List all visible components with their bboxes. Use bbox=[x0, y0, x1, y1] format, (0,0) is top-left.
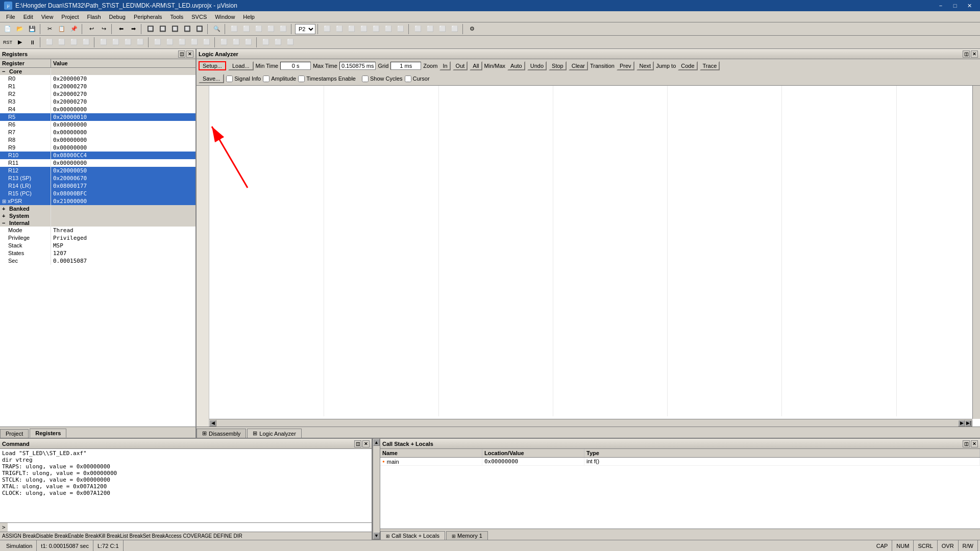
menu-window[interactable]: Window bbox=[211, 13, 239, 21]
tb2-mem1[interactable]: ⬜ bbox=[152, 37, 163, 47]
reg-r15pc[interactable]: R15 (PC) 0x08000BFC bbox=[0, 190, 195, 197]
la-save-button[interactable]: Save... bbox=[199, 74, 224, 83]
reg-sec[interactable]: Sec 0.00015087 bbox=[0, 257, 195, 265]
target-dropdown[interactable]: P2 bbox=[295, 24, 315, 34]
la-close-btn[interactable]: ✕ bbox=[971, 51, 978, 58]
la-float-btn[interactable]: ◫ bbox=[963, 51, 970, 58]
la-undo-button[interactable]: Undo bbox=[527, 61, 547, 70]
tb-save[interactable]: 💾 bbox=[27, 24, 38, 34]
close-button[interactable]: ✕ bbox=[963, 1, 976, 10]
tb-debug3[interactable]: 🔲 bbox=[169, 24, 181, 34]
menu-help[interactable]: Help bbox=[239, 13, 259, 21]
la-code-button[interactable]: Code bbox=[678, 61, 697, 70]
tb-dbg-step[interactable]: ⬜ bbox=[412, 24, 424, 34]
tb-target2[interactable]: ⬜ bbox=[241, 24, 252, 34]
callstack-row-main[interactable]: ● main 0x00000000 int f() bbox=[380, 458, 980, 466]
tb-redo[interactable]: ↪ bbox=[98, 24, 109, 34]
tb2-brk3[interactable]: ⬜ bbox=[122, 37, 134, 47]
la-zoom-out-button[interactable]: Out bbox=[453, 61, 468, 70]
reg-r12[interactable]: R12 0x20000050 bbox=[0, 167, 195, 174]
tb-paste[interactable]: 📌 bbox=[68, 24, 80, 34]
reg-states[interactable]: States 1207 bbox=[0, 249, 195, 257]
la-signalinfo-checkbox[interactable]: Signal Info bbox=[226, 76, 261, 82]
tb2-wnd3[interactable]: ⬜ bbox=[243, 37, 254, 47]
la-trace-button[interactable]: Trace bbox=[700, 61, 720, 70]
tb2-step3[interactable]: ⬜ bbox=[68, 37, 80, 47]
tb2-misc2[interactable]: ⬜ bbox=[273, 37, 284, 47]
cs-float-btn[interactable]: ◫ bbox=[963, 440, 970, 447]
tb2-mem2[interactable]: ⬜ bbox=[164, 37, 176, 47]
reg-r5[interactable]: R5 0x20000010 bbox=[0, 113, 195, 121]
reg-r11[interactable]: R11 0x00000000 bbox=[0, 159, 195, 167]
la-clear-button[interactable]: Clear bbox=[569, 61, 588, 70]
tb-run3[interactable]: ⬜ bbox=[346, 24, 357, 34]
reg-privilege[interactable]: Privilege Privileged bbox=[0, 234, 195, 242]
la-tab-disassembly[interactable]: ⊞ Disassembly bbox=[197, 429, 246, 438]
menu-flash[interactable]: Flash bbox=[83, 13, 105, 21]
tb-target4[interactable]: ⬜ bbox=[265, 24, 277, 34]
tb2-mem4[interactable]: ⬜ bbox=[189, 37, 200, 47]
reg-r0[interactable]: R0 0x20000070 bbox=[0, 75, 195, 83]
maximize-button[interactable]: □ bbox=[948, 1, 962, 10]
reg-xpsr[interactable]: ⊞ xPSR 0x21000000 bbox=[0, 197, 195, 205]
tb2-step2[interactable]: ⬜ bbox=[56, 37, 67, 47]
tb2-brk4[interactable]: ⬜ bbox=[135, 37, 146, 47]
la-hscrollbar[interactable]: ◀ ▶ ▶| bbox=[209, 419, 972, 427]
tb-run5[interactable]: ⬜ bbox=[371, 24, 382, 34]
menu-project[interactable]: Project bbox=[57, 13, 83, 21]
reg-r6[interactable]: R6 0x00000000 bbox=[0, 121, 195, 129]
tb2-misc1[interactable]: ⬜ bbox=[260, 37, 272, 47]
cs-close-btn[interactable]: ✕ bbox=[971, 440, 978, 447]
reg-stack[interactable]: Stack MSP bbox=[0, 242, 195, 249]
tb-run6[interactable]: ⬜ bbox=[383, 24, 394, 34]
tb2-rst[interactable]: RST bbox=[2, 37, 13, 47]
tb-debug5[interactable]: 🔲 bbox=[194, 24, 205, 34]
tb2-stop[interactable]: ⏸ bbox=[27, 37, 38, 47]
tb-run1[interactable]: ⬜ bbox=[322, 24, 333, 34]
reg-r9[interactable]: R9 0x00000000 bbox=[0, 144, 195, 152]
tb-find[interactable]: 🔍 bbox=[211, 24, 223, 34]
menu-file[interactable]: File bbox=[2, 13, 19, 21]
tb2-brk2[interactable]: ⬜ bbox=[110, 37, 121, 47]
tb-dbg-out[interactable]: ⬜ bbox=[437, 24, 448, 34]
la-vscrollbar[interactable] bbox=[972, 86, 980, 419]
reg-mode[interactable]: Mode Thread bbox=[0, 227, 195, 234]
tb2-wnd1[interactable]: ⬜ bbox=[218, 37, 230, 47]
group-core[interactable]: −Core bbox=[0, 68, 195, 75]
menu-peripherals[interactable]: Peripherals bbox=[130, 13, 166, 21]
reg-r14lr[interactable]: R14 (LR) 0x08000177 bbox=[0, 182, 195, 190]
tab-registers[interactable]: Registers bbox=[30, 429, 66, 438]
tb2-step1[interactable]: ⬜ bbox=[44, 37, 55, 47]
la-zoom-in-button[interactable]: In bbox=[439, 61, 450, 70]
reg-r4[interactable]: R4 0x00000000 bbox=[0, 106, 195, 113]
reg-r7[interactable]: R7 0x00000000 bbox=[0, 129, 195, 136]
reg-r8[interactable]: R8 0x00000000 bbox=[0, 136, 195, 144]
tb-dbg-misc[interactable]: ⬜ bbox=[449, 24, 460, 34]
tb2-mem3[interactable]: ⬜ bbox=[177, 37, 188, 47]
tb-debug1[interactable]: 🔲 bbox=[145, 24, 156, 34]
tb-copy[interactable]: 📋 bbox=[56, 24, 67, 34]
reg-r1[interactable]: R1 0x20000270 bbox=[0, 83, 195, 90]
la-load-button[interactable]: Load... bbox=[228, 61, 254, 70]
la-cursor-checkbox[interactable]: Cursor bbox=[405, 76, 430, 82]
tb2-brk1[interactable]: ⬜ bbox=[98, 37, 109, 47]
la-zoom-all-button[interactable]: All bbox=[470, 61, 482, 70]
tb-undo[interactable]: ↩ bbox=[86, 24, 97, 34]
cmd-vscrollbar[interactable]: ▲ ▼ bbox=[373, 439, 380, 540]
minimize-button[interactable]: − bbox=[934, 1, 947, 10]
la-auto-button[interactable]: Auto bbox=[507, 61, 525, 70]
tb-open[interactable]: 📂 bbox=[14, 24, 26, 34]
tb-build-next[interactable]: ➡ bbox=[128, 24, 139, 34]
la-amplitude-checkbox[interactable]: Amplitude bbox=[263, 76, 296, 82]
tb-debug4[interactable]: 🔲 bbox=[182, 24, 193, 34]
tb-run4[interactable]: ⬜ bbox=[358, 24, 370, 34]
tb-target1[interactable]: ⬜ bbox=[229, 24, 240, 34]
tb2-misc3[interactable]: ⬜ bbox=[285, 37, 296, 47]
reg-r10[interactable]: R10 0x08000CC4 bbox=[0, 152, 195, 159]
command-input[interactable] bbox=[8, 523, 372, 532]
tb2-run[interactable]: ▶ bbox=[14, 37, 26, 47]
tb-build-prev[interactable]: ⬅ bbox=[115, 24, 127, 34]
la-stop-button[interactable]: Stop bbox=[549, 61, 567, 70]
tb-run7[interactable]: ⬜ bbox=[395, 24, 406, 34]
menu-tools[interactable]: Tools bbox=[166, 13, 188, 21]
